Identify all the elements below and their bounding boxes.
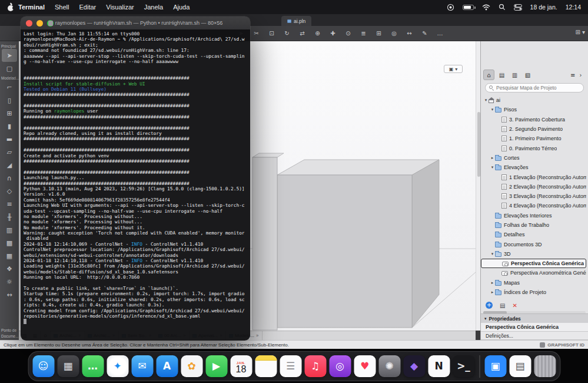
zone-tool[interactable]: ▩ — [2, 236, 17, 249]
dock-settings-icon[interactable]: ✺ — [378, 355, 400, 377]
column-tool[interactable]: ▮ — [2, 120, 17, 133]
publisher-tab-icon[interactable]: ▧ — [522, 70, 533, 80]
tree-item[interactable]: 3. Pavimento Cobertura — [481, 115, 586, 124]
search-input[interactable] — [496, 85, 580, 91]
scrollbar-thumb[interactable] — [477, 112, 480, 177]
navigator-search[interactable] — [485, 83, 584, 93]
tree-item[interactable]: 4 Elevação (Reconstrução Automática) — [481, 201, 586, 210]
settings-button[interactable]: Definições... — [481, 332, 588, 340]
object-tool[interactable]: ❖ — [2, 262, 17, 275]
dock-music-icon[interactable]: ♫ — [304, 355, 326, 377]
tree-item[interactable]: ▾3D — [481, 249, 586, 259]
terminal-window[interactable]: raymonlopes — runHighVram.sh — Python • … — [21, 16, 250, 341]
disclosure-right-icon[interactable]: ▸ — [490, 156, 495, 160]
tree-item[interactable]: 2. Segundo Pavimento — [481, 124, 586, 134]
disclosure-down-icon[interactable]: ▾ — [490, 165, 495, 170]
tree-item[interactable]: ▸Índices de Projeto — [481, 288, 586, 297]
layers-icon[interactable]: ≣ — [359, 30, 368, 37]
tree-item[interactable]: Perspectiva Axonométrica Genérica — [481, 268, 586, 278]
menu-visualizar[interactable]: Visualizar — [106, 4, 134, 11]
control-center-icon[interactable] — [514, 4, 522, 11]
window-tool[interactable]: ⊞ — [2, 107, 17, 120]
dock-notion-icon[interactable]: N — [428, 355, 450, 377]
menu-janela[interactable]: Janela — [144, 4, 163, 11]
dock-facetime-icon[interactable]: ▶ — [205, 355, 227, 377]
maximize-button[interactable] — [47, 20, 54, 27]
menu-shell[interactable]: Shell — [55, 4, 69, 11]
annotate-icon[interactable]: ✎ — [420, 30, 429, 37]
close-button[interactable] — [26, 20, 32, 27]
panel-chevron-icon[interactable]: ▾ — [582, 29, 585, 35]
mesh-tool[interactable]: ▦ — [2, 249, 17, 262]
folder-settings-button[interactable]: ▤ — [500, 302, 505, 309]
menubar-clock[interactable]: 12:14 — [566, 4, 581, 11]
more-options-icon[interactable]: … — [436, 30, 444, 37]
view-map-tab-icon[interactable]: ▤ — [496, 70, 507, 80]
curtain-wall-tool[interactable]: ▥ — [2, 223, 17, 236]
arrow-tool[interactable]: ➤ — [2, 49, 17, 62]
screen-record-indicator-icon[interactable] — [447, 4, 454, 11]
dock-finder-icon[interactable]: ☺ — [32, 355, 54, 377]
dimension-tool[interactable]: ↔ — [2, 288, 17, 301]
measure-icon[interactable]: ↔ — [405, 30, 414, 37]
shell-tool[interactable]: ∩ — [2, 171, 17, 184]
wifi-icon[interactable] — [482, 4, 490, 11]
menu-ajuda[interactable]: Ajuda — [173, 4, 190, 11]
dock-calendar-icon[interactable]: JAN.18 — [230, 355, 252, 377]
zoom-icon[interactable]: ⊕ — [313, 30, 322, 37]
project-map-tab-icon[interactable]: ⌂ — [483, 70, 494, 80]
copy-icon[interactable]: ⊡ — [267, 30, 276, 37]
terminal-output[interactable]: Last login: Thu Jan 18 11:55:14 on ttys0… — [21, 29, 250, 341]
grid-icon[interactable]: ⊞ — [374, 30, 383, 37]
wall-tool[interactable]: ⌐ — [2, 81, 17, 94]
stair-tool[interactable]: ≡ — [2, 197, 17, 210]
navigator-expand-icon[interactable]: › — [578, 72, 583, 78]
dock-obsidian-icon[interactable]: ◆ — [403, 355, 425, 377]
dock-trash-icon[interactable] — [534, 355, 556, 377]
cut-icon[interactable]: ✂ — [252, 30, 261, 37]
battery-icon[interactable] — [463, 5, 474, 10]
morph-tool[interactable]: ◇ — [2, 184, 17, 197]
dock-preview-doc-icon[interactable]: ▤ — [509, 355, 531, 377]
dock-terminal-icon[interactable]: >_ — [453, 355, 474, 377]
disclosure-down-icon[interactable]: ▾ — [490, 252, 495, 256]
tree-item[interactable]: 1 Elevação (Reconstrução Automática) — [481, 172, 586, 181]
dock-launchpad-icon[interactable]: ▦ — [57, 355, 79, 377]
dock-photos-icon[interactable]: ✿ — [181, 355, 202, 377]
dock-app-store-icon[interactable]: A — [156, 355, 178, 377]
tree-item[interactable]: ▾ai — [481, 95, 586, 105]
delete-viewpoint-button[interactable]: ✕ — [512, 302, 517, 309]
tree-item[interactable]: ▸Mapas — [481, 278, 586, 288]
pan-icon[interactable]: ✚ — [328, 30, 337, 37]
tree-item[interactable]: 0. Pavimento Térreo — [481, 143, 586, 153]
tree-item[interactable]: 3 Elevação (Reconstrução Automática) — [481, 192, 586, 201]
tree-item[interactable]: Elevações Interiores — [481, 211, 586, 220]
tree-item[interactable]: Perspectiva Cônica Genérica — [481, 259, 586, 268]
spotlight-search-icon[interactable] — [499, 4, 506, 11]
lamp-tool[interactable]: ☼ — [2, 275, 17, 288]
dock-messages-icon[interactable]: … — [82, 355, 104, 377]
dock-safari-icon[interactable]: ✦ — [107, 355, 128, 377]
add-viewpoint-button[interactable]: + — [486, 302, 493, 309]
properties-panel-header[interactable]: ▾ Propriedades — [481, 313, 588, 323]
layout-book-tab-icon[interactable]: ▥ — [509, 70, 520, 80]
tree-item[interactable]: Documentos 3D — [481, 239, 586, 249]
menu-terminal[interactable]: Terminal — [18, 4, 45, 11]
apple-menu-icon[interactable] — [7, 3, 15, 12]
tree-item[interactable]: ▸Cortes — [481, 153, 586, 163]
dock-mail-icon[interactable]: ✉ — [131, 355, 153, 377]
roof-tool[interactable]: ◢ — [2, 159, 17, 171]
panel-grid-icon[interactable]: ⊞ — [576, 29, 580, 35]
minimize-button[interactable] — [36, 20, 43, 27]
snap-icon[interactable]: ◎ — [390, 30, 398, 37]
dock-zoom-app-icon[interactable]: ▣ — [484, 355, 506, 377]
dock-notes-icon[interactable] — [255, 355, 277, 377]
orbit-icon[interactable]: ⊙ — [344, 30, 353, 37]
dock-podcasts-icon[interactable]: ◎ — [329, 355, 351, 377]
mirror-icon[interactable]: ⇄ — [298, 30, 307, 37]
disclosure-right-icon[interactable]: ▸ — [490, 280, 495, 285]
tree-item[interactable]: ▾Pisos — [481, 105, 586, 114]
dock-health-icon[interactable]: ♥ — [354, 355, 376, 377]
graphisoft-id-badge[interactable]: GRAPHISOFT ID — [540, 342, 584, 348]
tree-item[interactable]: Folhas de Trabalho — [481, 220, 586, 230]
